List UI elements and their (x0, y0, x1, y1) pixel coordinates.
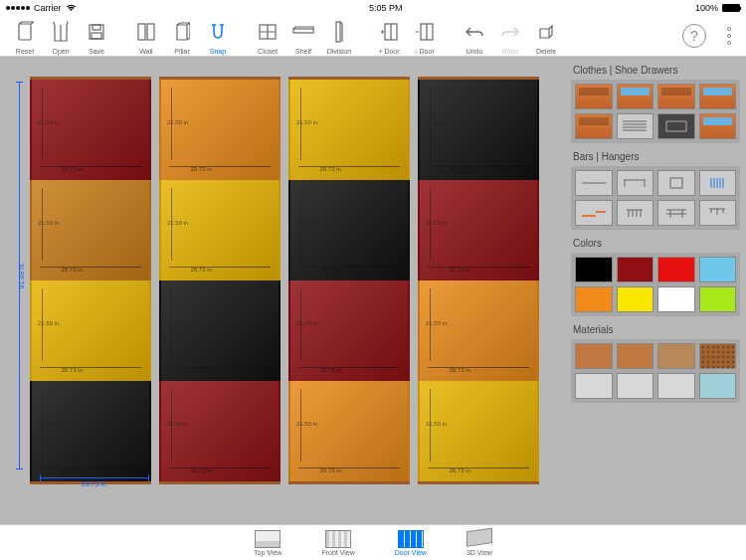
closet-column[interactable]: 21.50 in. 28.73 in. 21.50 in. 28.73 in. … (288, 77, 410, 484)
bar-item[interactable] (699, 200, 737, 226)
drawer-item[interactable] (657, 84, 695, 109)
bar-item[interactable] (617, 170, 654, 196)
width-dimension: 28.73 in. (40, 472, 149, 484)
door-width-label: 28.73 in. (450, 166, 472, 172)
door-width-label: 28.73 in. (450, 367, 472, 373)
door-panel[interactable]: 21.50 in. 28.73 in. (159, 280, 280, 381)
plus-door-button[interactable]: + Door (372, 17, 406, 55)
door-height-label: 21.50 in. (296, 220, 319, 226)
closet-column[interactable]: 21.50 in. 28.73 in. 21.50 in. 28.73 in. … (418, 77, 539, 484)
pillar-button[interactable]: Pillar (165, 17, 199, 55)
drawer-item[interactable] (575, 113, 613, 139)
door-panel[interactable]: 21.50 in. 28.73 in. (418, 280, 539, 381)
bar-item[interactable] (657, 170, 695, 196)
delete-button[interactable]: Delete (529, 17, 563, 55)
drawer-item[interactable] (699, 84, 737, 109)
svg-rect-5 (147, 24, 154, 40)
door-panel[interactable]: 21.50 in. 28.73 in. (30, 180, 151, 280)
battery-pct: 100% (695, 3, 718, 13)
material-swatch[interactable] (699, 343, 737, 369)
door-height-label: 21.50 in. (167, 320, 190, 326)
bar-item[interactable] (575, 200, 613, 226)
material-swatch[interactable] (617, 373, 654, 399)
drawer-item[interactable] (617, 84, 654, 109)
door-panel[interactable]: 21.50 in. 28.73 in. (288, 80, 410, 180)
color-swatch[interactable] (575, 286, 613, 312)
door-panel[interactable]: 21.50 in. 28.73 in. (418, 180, 539, 280)
bar-item[interactable] (699, 170, 737, 196)
redo-button[interactable]: Redo (493, 17, 527, 55)
door-view-button[interactable]: Door View (395, 530, 427, 556)
door-height-label: 21.50 in. (167, 421, 190, 427)
material-swatch[interactable] (575, 343, 613, 369)
closet-column[interactable]: 21.50 in. 28.73 in. 21.50 in. 28.73 in. … (30, 77, 151, 484)
toolbar: Reset Open Save Wall Pillar Snap Closet … (0, 15, 746, 57)
material-swatch[interactable] (617, 343, 654, 369)
door-panel[interactable]: 21.50 in. 28.73 in. (30, 280, 151, 381)
front-view-button[interactable]: Front View (321, 530, 354, 556)
closet-button[interactable]: Closet (251, 17, 284, 55)
division-button[interactable]: Division (322, 17, 356, 55)
undo-button[interactable]: Undo (458, 17, 491, 55)
door-width-label: 28.73 in. (191, 267, 214, 273)
door-panel[interactable]: 21.50 in. 28.73 in. (418, 381, 539, 481)
material-swatch[interactable] (657, 373, 695, 399)
door-panel[interactable]: 21.50 in. 28.73 in. (288, 280, 410, 381)
material-swatch[interactable] (575, 373, 613, 399)
door-width-label: 28.73 in. (320, 367, 343, 373)
color-swatch[interactable] (699, 257, 737, 282)
drawers-grid (571, 80, 740, 143)
color-swatch[interactable] (617, 286, 654, 312)
top-view-button[interactable]: Top View (254, 530, 281, 556)
door-height-label: 21.50 in. (296, 119, 319, 125)
save-button[interactable]: Save (80, 17, 113, 55)
door-height-label: 21.50 in. (426, 119, 449, 125)
closet[interactable]: 21.50 in. 28.73 in. 21.50 in. 28.73 in. … (30, 77, 557, 484)
carrier-label: Carrier (34, 3, 62, 13)
colors-section-title: Colors (571, 234, 740, 253)
drawer-item[interactable] (657, 113, 695, 139)
color-swatch[interactable] (657, 286, 695, 312)
door-height-label: 21.50 in. (167, 220, 190, 226)
drawer-item[interactable] (699, 113, 737, 139)
door-panel[interactable]: 21.50 in. 28.73 in. (159, 381, 280, 481)
snap-button[interactable]: Snap (201, 17, 235, 55)
material-swatch[interactable] (657, 343, 695, 369)
door-panel[interactable]: 21.50 in. 28.73 in. (30, 381, 151, 481)
wall-button[interactable]: Wall (129, 17, 163, 55)
bar-item[interactable] (617, 200, 654, 226)
door-height-label: 21.50 in. (38, 119, 61, 125)
door-panel[interactable]: 21.50 in. 28.73 in. (159, 80, 280, 180)
door-panel[interactable]: 21.50 in. 28.73 in. (288, 381, 410, 481)
wifi-icon (66, 4, 77, 12)
canvas[interactable]: 91.88 in. 21.50 in. 28.73 in. 21.50 in. … (0, 57, 567, 524)
help-button[interactable]: ? (682, 24, 706, 48)
clothes-section-title: Clothes | Shoe Drawers (571, 61, 740, 80)
color-swatch[interactable] (657, 257, 695, 282)
shelf-button[interactable]: Shelf (286, 17, 320, 55)
3d-view-button[interactable]: 3D View (466, 530, 492, 556)
minus-door-button[interactable]: - Door (408, 17, 442, 55)
svg-rect-12 (670, 178, 682, 188)
door-height-label: 21.50 in. (167, 119, 190, 125)
reset-button[interactable]: Reset (8, 17, 42, 55)
material-swatch[interactable] (699, 373, 737, 399)
door-width-label: 28.73 in. (191, 367, 214, 373)
bar-item[interactable] (657, 200, 695, 226)
closet-column[interactable]: 21.50 in. 28.73 in. 21.50 in. 28.73 in. … (159, 77, 280, 484)
drawer-item[interactable] (575, 84, 613, 109)
drawer-item[interactable] (617, 113, 654, 139)
color-swatch[interactable] (575, 257, 613, 282)
door-panel[interactable]: 21.50 in. 28.73 in. (288, 180, 410, 280)
open-button[interactable]: Open (44, 17, 78, 55)
door-panel[interactable]: 21.50 in. 28.73 in. (159, 180, 280, 280)
bar-item[interactable] (575, 170, 613, 196)
colors-grid (571, 253, 740, 316)
door-panel[interactable]: 21.50 in. 28.73 in. (30, 80, 151, 180)
color-swatch[interactable] (617, 257, 654, 282)
door-panel[interactable]: 21.50 in. 28.73 in. (418, 80, 539, 180)
svg-rect-0 (19, 24, 31, 40)
door-width-label: 28.73 in. (450, 467, 472, 473)
color-swatch[interactable] (699, 286, 737, 312)
more-menu-button[interactable] (720, 27, 738, 45)
